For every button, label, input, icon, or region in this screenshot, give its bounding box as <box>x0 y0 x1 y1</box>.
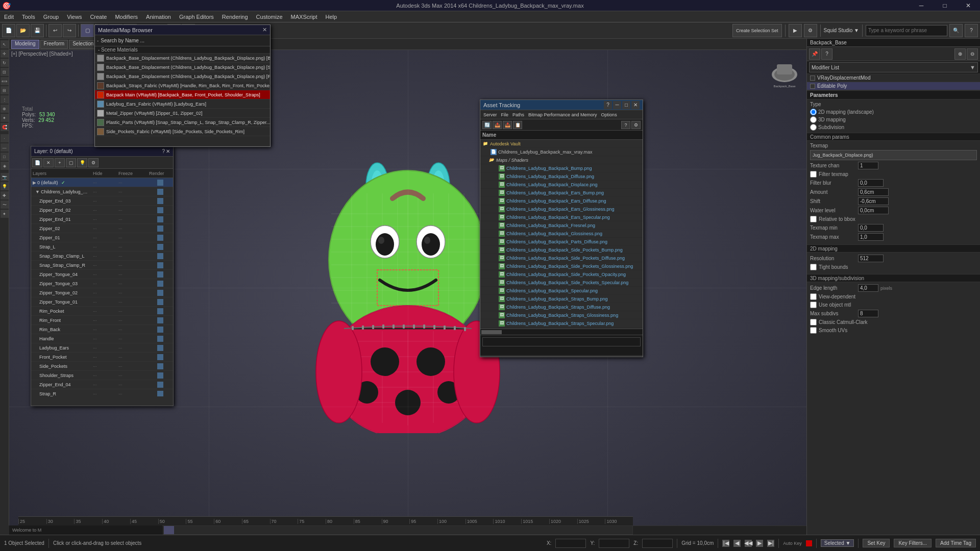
auto-key-toggle[interactable] <box>806 540 812 546</box>
modifier-list-dropdown[interactable]: Modifier List ▼ <box>809 62 978 72</box>
at-map-item[interactable]: 🖼 Childrens_Ladybug_Backpack_Ears_Bump.p… <box>480 189 643 197</box>
space-warp-tool[interactable]: 〜 <box>1 201 9 209</box>
layer-row-item[interactable]: Ladybug_Ears ··· ··· <box>31 343 173 353</box>
at-map-item[interactable]: 🖼 Childrens_Ladybug_Backpack_Side_Pocket… <box>480 246 643 254</box>
collapse-button[interactable]: ⊖ <box>967 48 978 60</box>
water-input[interactable] <box>858 207 889 214</box>
type-3d-input[interactable] <box>810 116 817 123</box>
at-menu-file[interactable]: File <box>501 112 509 117</box>
x-coord-input[interactable] <box>555 539 586 548</box>
filter-texmap-checkbox[interactable] <box>810 171 817 178</box>
texmap-button[interactable]: Jug_Backpack_Displace.png) <box>810 150 977 160</box>
mirror-tool[interactable]: ⟺ <box>1 77 9 85</box>
play-start-button[interactable]: |◀ <box>722 540 729 547</box>
redo-button[interactable]: ↪ <box>63 24 76 37</box>
texmap-min-input[interactable] <box>858 224 884 232</box>
set-key-button[interactable]: Set Key <box>863 539 890 547</box>
layer-highlight[interactable]: 💡 <box>77 158 87 167</box>
layer-row-item[interactable]: Rim_Pocket ··· ··· <box>31 307 173 316</box>
layer-row-item[interactable]: Snap_Strap_Clamp_R ··· ··· <box>31 261 173 270</box>
open-button[interactable]: 📂 <box>16 24 30 37</box>
at-menu-options[interactable]: Options <box>601 112 617 117</box>
menu-rendering[interactable]: Rendering <box>218 13 252 21</box>
at-map-item[interactable]: 🖼 Childrens_Ladybug_Backpack_Side_Pocket… <box>480 270 643 279</box>
particle-tool[interactable]: ✦ <box>1 210 9 218</box>
at-map-item[interactable]: 🖼 Childrens_Ladybug_Backpack_Bump.png <box>480 164 643 172</box>
menu-help[interactable]: Help <box>322 13 341 21</box>
z-coord-input[interactable] <box>642 539 673 548</box>
menu-graph-editors[interactable]: Graph Editors <box>175 13 218 21</box>
y-coord-input[interactable] <box>599 539 629 548</box>
menu-tools[interactable]: Tools <box>18 13 39 21</box>
layer-delete[interactable]: ✕ <box>43 158 54 167</box>
select-tool[interactable]: ↖ <box>1 40 9 48</box>
mat-item-5[interactable]: Bacpack Main (VRayMtl) [Backpack_Base, F… <box>95 90 270 99</box>
at-close[interactable]: ✕ <box>631 101 640 109</box>
at-check-out[interactable]: 📤 <box>493 121 502 129</box>
at-refresh[interactable]: 🔄 <box>482 121 492 129</box>
type-sub-radio[interactable]: Subdivision <box>810 124 977 131</box>
layer-row-item[interactable]: Zipper_Tongue_01 ··· ··· <box>31 297 173 307</box>
menu-edit[interactable]: Edit <box>0 13 18 21</box>
at-menu-paths[interactable]: Paths <box>512 112 524 117</box>
smooth-uvs-checkbox[interactable] <box>810 327 817 334</box>
at-map-item[interactable]: 🖼 Childrens_Ladybug_Backpack_Straps_Spec… <box>480 319 643 328</box>
layer-row-item[interactable]: Zipper_Tongue_03 ··· ··· <box>31 279 173 288</box>
type-2d-radio[interactable]: 2D mapping (landscape) <box>810 109 977 115</box>
at-map-item[interactable]: 🖼 Childrens_Ladybug_Backpack_Ears_Glossi… <box>480 205 643 213</box>
layer-panel-close[interactable]: ✕ <box>166 148 170 154</box>
at-map-item[interactable]: 🖼 Childrens_Ladybug_Backpack_Parts_Diffu… <box>480 238 643 246</box>
shift-input[interactable] <box>858 197 889 205</box>
layer-row-item[interactable]: Zipper_End_02 ··· ··· <box>31 206 173 215</box>
layer-row-default[interactable]: ▶0 (default) ✓ ··· ··· <box>31 178 173 187</box>
mat-item-4[interactable]: Backpack_Straps_Fabric (VRayMtl) [Handle… <box>95 81 270 90</box>
relative-checkbox[interactable] <box>810 216 817 222</box>
layer-row-backpack[interactable]: ▼Childrens_Ladybug_Backpack □ ··· ··· <box>31 187 173 196</box>
select-button[interactable]: ▢ <box>81 24 94 37</box>
create-selection-button[interactable]: Create Selection Set <box>732 24 782 37</box>
view-dep-checkbox[interactable] <box>810 293 817 300</box>
search-input[interactable] <box>866 25 947 36</box>
type-2d-input[interactable] <box>810 109 817 115</box>
layer-row-item[interactable]: Zipper_End_04 ··· ··· <box>31 380 173 389</box>
at-search-input[interactable] <box>482 337 641 346</box>
menu-customize[interactable]: Customize <box>252 13 287 21</box>
menu-animation[interactable]: Animation <box>142 13 175 21</box>
new-button[interactable]: 📄 <box>2 24 15 37</box>
at-map-item[interactable]: 🖼 Childrens_Ladybug_Backpack_Straps_Bump… <box>480 295 643 303</box>
resolution-input[interactable] <box>858 255 884 262</box>
menu-modifiers[interactable]: Modifiers <box>111 13 142 21</box>
at-map-item[interactable]: 🖼 Childrens_Ladybug_Backpack_Side_Pocket… <box>480 262 643 270</box>
catmull-checkbox[interactable] <box>810 319 817 325</box>
texmap-max-input[interactable] <box>858 233 884 241</box>
render-settings-button[interactable]: ⚙ <box>804 24 817 37</box>
menu-maxscript[interactable]: MAXScript <box>287 13 322 21</box>
at-menu-server[interactable]: Server <box>483 112 497 117</box>
at-hscrollbar[interactable] <box>480 329 643 335</box>
edge-length-input[interactable] <box>858 284 878 292</box>
modifier-help-button[interactable]: ? <box>821 48 832 60</box>
layer-settings[interactable]: ⚙ <box>88 158 99 167</box>
at-map-item[interactable]: 🖼 Childrens_Ladybug_Backpack_Ears_Specul… <box>480 213 643 221</box>
at-map-item[interactable]: 🖼 Childrens_Ladybug_Backpack_Specular.pn… <box>480 287 643 295</box>
tight-bounds-checkbox[interactable] <box>810 264 817 270</box>
at-properties[interactable]: 📋 <box>513 121 522 129</box>
at-map-item[interactable]: 🖼 Childrens_Ladybug_Backpack_Side_Pocket… <box>480 279 643 287</box>
at-map-item[interactable]: 🖼 Childrens_Ladybug_Backpack_Straps_Diff… <box>480 303 643 311</box>
play-forward-button[interactable]: ▶ <box>756 540 763 547</box>
vertex-tool[interactable]: · <box>1 134 9 142</box>
at-maxfile[interactable]: 📄 Childrens_Ladybug_Backpack_max_vray.ma… <box>480 148 643 156</box>
edge-tool[interactable]: — <box>1 143 9 152</box>
rotate-tool[interactable]: ↻ <box>1 59 9 67</box>
move-tool[interactable]: ✛ <box>1 49 9 58</box>
at-menu-bitmap[interactable]: Bitmap Performance and Memory <box>528 112 597 117</box>
at-map-item[interactable]: 🖼 Childrens_Ladybug_Backpack_Side_Pocket… <box>480 254 643 262</box>
camera-tool[interactable]: 📷 <box>1 173 9 181</box>
element-tool[interactable]: ◈ <box>1 162 9 170</box>
material-browser-close[interactable]: ✕ <box>262 27 267 33</box>
light-tool[interactable]: 💡 <box>1 182 9 190</box>
layer-row-item[interactable]: Zipper_01 ··· ··· <box>31 233 173 242</box>
selection-mode-button[interactable]: Selection <box>69 40 97 49</box>
help-button[interactable]: ? <box>965 24 978 37</box>
layer-row-item[interactable]: Zipper_Tongue_02 ··· ··· <box>31 288 173 297</box>
